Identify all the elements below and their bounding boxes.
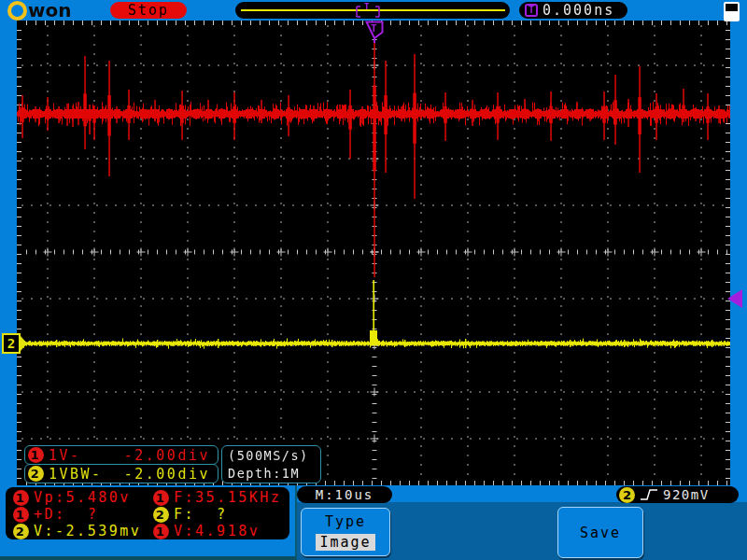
- display-area: [0, 21, 747, 485]
- ch1-badge: 1: [28, 447, 44, 463]
- measurement-value: V:4.918v: [174, 523, 260, 539]
- measurement-channel-badge: 1: [153, 490, 169, 506]
- timebase-pill: M:10us: [297, 486, 392, 503]
- trigger-time-pill: T 0.000ns: [519, 2, 627, 19]
- measurement-item: 1+D: ?: [13, 506, 153, 523]
- ch2-badge: 2: [28, 466, 44, 482]
- save-button-label: Save: [580, 525, 621, 541]
- acquisition-box: (500MS/s) Depth:1M: [221, 445, 321, 483]
- measurement-item: 2F: ?: [153, 506, 289, 523]
- top-bar: won Stop T T 0.000ns: [0, 0, 747, 21]
- type-button-value: Image: [316, 534, 374, 551]
- measurement-panel: 1Vp:5.480v1F:35.15KHz1+D: ?2F: ?2V:-2.53…: [6, 487, 289, 539]
- ch1-offset-value: -2.00div: [124, 447, 210, 464]
- measurement-value: F:35.15KHz: [174, 489, 281, 506]
- measurement-value: V:-2.539mv: [34, 523, 141, 539]
- measurement-value: F: ?: [174, 506, 228, 523]
- measurement-item: 2V:-2.539mv: [13, 523, 153, 539]
- graticule-area: [17, 21, 730, 485]
- logo-ring-icon: [7, 1, 27, 21]
- waveform-display: [17, 21, 730, 485]
- ch2-tag-label: 2: [2, 333, 21, 354]
- rising-edge-icon: [639, 487, 659, 502]
- measurement-channel-badge: 1: [153, 524, 169, 539]
- trigger-time-icon: T: [525, 4, 538, 17]
- measurement-channel-badge: 1: [13, 490, 29, 506]
- window-marker-label: T: [364, 2, 370, 11]
- trigger-level-value: 920mV: [663, 487, 710, 502]
- owon-logo: won: [7, 0, 71, 21]
- type-button-label: Type: [325, 513, 366, 530]
- measurement-value: Vp:5.480v: [34, 489, 131, 506]
- save-button[interactable]: Save: [557, 507, 643, 558]
- logo-text: won: [28, 1, 71, 20]
- sample-rate: (500MS/s): [228, 447, 320, 465]
- measurement-channel-badge: 1: [13, 507, 29, 523]
- measurement-channel-badge: 2: [153, 507, 169, 523]
- measurement-channel-badge: 2: [13, 524, 29, 539]
- trigger-flag-marker[interactable]: T: [365, 21, 384, 44]
- bottom-bar: 1Vp:5.480v1F:35.15KHz1+D: ?2F: ?2V:-2.53…: [0, 485, 747, 560]
- measurement-item: 1Vp:5.480v: [13, 489, 153, 506]
- ch2-tag-arrow-icon: [21, 336, 27, 351]
- oscilloscope-screen: won Stop T T 0.000ns T 2 1 1V: [0, 0, 747, 560]
- measurement-item: 1V:4.918v: [153, 523, 289, 539]
- trigger-level-pill: 2 920mV: [616, 486, 739, 503]
- trigger-flag-label: T: [371, 22, 377, 35]
- ch1-scale-label: 1V-: [49, 447, 81, 464]
- ch1-scale-box: 1 1V- -2.00div: [24, 445, 218, 465]
- type-button[interactable]: Type Image: [301, 508, 390, 556]
- trigger-source-badge: 2: [619, 487, 635, 503]
- record-position-bar: T: [235, 2, 510, 19]
- record-depth: Depth:1M: [228, 465, 320, 483]
- battery-icon: [724, 2, 740, 21]
- ch2-position-tag[interactable]: 2: [2, 333, 27, 354]
- trigger-level-arrow[interactable]: [727, 289, 742, 308]
- window-marker[interactable]: T: [347, 2, 388, 19]
- measurement-item: 1F:35.15KHz: [153, 489, 289, 506]
- measurement-value: +D: ?: [34, 506, 98, 523]
- ch2-scale-box: 2 1VBW- -2.00div: [24, 464, 218, 483]
- ch2-scale-label: 1VBW-: [49, 466, 103, 483]
- ch2-offset-value: -2.00div: [124, 466, 210, 483]
- trigger-time-value: 0.000ns: [543, 2, 614, 19]
- run-state-button[interactable]: Stop: [110, 2, 187, 19]
